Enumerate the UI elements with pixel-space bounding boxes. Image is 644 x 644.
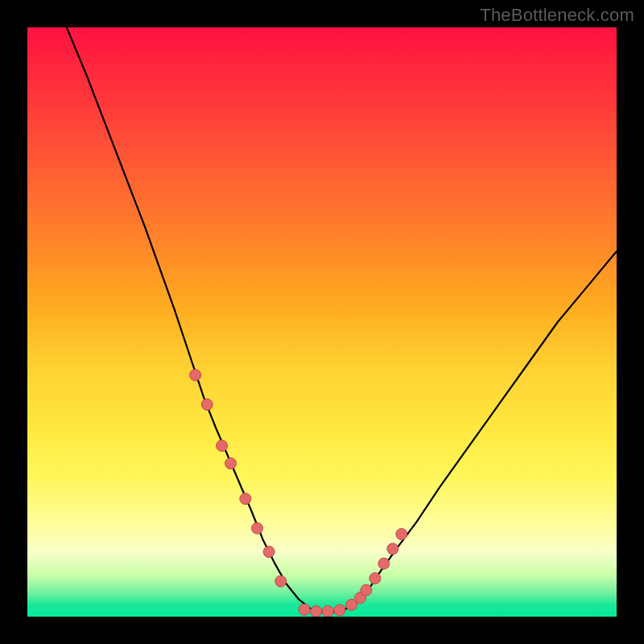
data-point — [334, 605, 345, 616]
data-points-group — [190, 369, 407, 617]
data-point — [275, 576, 287, 587]
data-point — [240, 493, 251, 505]
data-point — [396, 529, 407, 540]
data-point — [369, 572, 381, 584]
chart-container: TheBottleneck.com — [0, 0, 644, 644]
data-point — [217, 440, 228, 452]
data-point — [201, 398, 213, 410]
data-point — [311, 605, 322, 617]
data-point — [387, 543, 398, 555]
plot-area — [27, 27, 617, 617]
data-point — [378, 558, 390, 569]
data-point — [190, 369, 201, 381]
data-point — [263, 546, 275, 557]
curve-svg — [27, 27, 617, 617]
data-point — [361, 584, 372, 596]
data-point — [299, 604, 310, 615]
bottleneck-curve — [57, 27, 617, 612]
data-point — [322, 605, 333, 617]
data-point — [225, 458, 237, 469]
data-point — [251, 522, 262, 534]
watermark-text: TheBottleneck.com — [480, 5, 634, 26]
